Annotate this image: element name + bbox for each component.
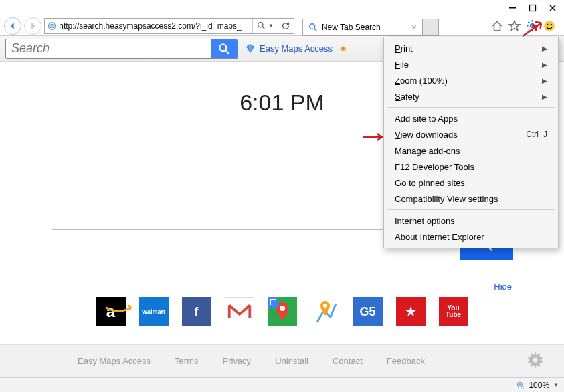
toolbar-search	[5, 39, 238, 59]
window-titlebar	[0, 0, 564, 16]
footer-link[interactable]: Uninstall	[275, 356, 308, 366]
footer-link[interactable]: Privacy	[223, 356, 252, 366]
menu-item[interactable]: F12 Developer Tools	[385, 159, 557, 175]
smiley-icon[interactable]	[543, 19, 556, 33]
svg-point-3	[258, 23, 263, 27]
home-button[interactable]	[490, 19, 504, 33]
address-search-button[interactable]: ▼	[252, 19, 278, 33]
menu-item[interactable]: About Internet Explorer	[385, 229, 557, 245]
footer-link[interactable]: Easy Maps Access	[78, 356, 151, 366]
spark-icon: ✷	[339, 43, 347, 54]
menu-item[interactable]: View downloadsCtrl+J	[385, 126, 557, 142]
tile-google-maps[interactable]	[268, 297, 297, 326]
favorites-button[interactable]	[508, 19, 521, 33]
search-icon	[308, 23, 318, 32]
tile-amazon[interactable]: a	[96, 297, 126, 326]
window-close[interactable]	[543, 1, 563, 15]
svg-point-16	[323, 304, 327, 308]
chevron-right-icon: ▶	[542, 93, 547, 100]
tile-macys[interactable]: ★	[396, 297, 426, 326]
refresh-button[interactable]	[278, 19, 294, 33]
menu-item[interactable]: Zoom (100%)▶	[385, 72, 557, 88]
menu-item[interactable]: Print▶	[385, 40, 557, 56]
footer-link[interactable]: Contact	[333, 356, 363, 366]
toolbar-search-button[interactable]	[211, 39, 238, 58]
menu-separator	[387, 209, 555, 210]
tab-title-input[interactable]	[322, 23, 389, 32]
chevron-right-icon: ▶	[542, 45, 547, 52]
browser-tab[interactable]: ×	[302, 19, 423, 36]
tile-walmart[interactable]: Walmart	[139, 297, 169, 326]
chevron-down-icon[interactable]: ▼	[553, 382, 559, 388]
tile-facebook[interactable]: f	[182, 297, 211, 326]
zoom-level[interactable]: 100%	[529, 381, 549, 390]
svg-point-8	[551, 23, 552, 25]
map-flag-icon	[245, 43, 256, 54]
chevron-right-icon: ▶	[542, 77, 547, 84]
nav-forward-button[interactable]	[24, 17, 41, 35]
chevron-right-icon: ▶	[542, 61, 547, 68]
tile-g5[interactable]: G5	[353, 297, 383, 326]
menu-item[interactable]: File▶	[385, 56, 557, 72]
hide-link[interactable]: Hide	[0, 282, 564, 292]
footer-link[interactable]: Terms	[175, 356, 198, 366]
footer-link[interactable]: Feedback	[387, 356, 425, 366]
tile-gmail[interactable]	[225, 297, 254, 326]
svg-rect-1	[530, 5, 536, 11]
address-bar: ▼	[44, 18, 294, 34]
menu-item[interactable]: Go to pinned sites	[385, 175, 557, 191]
quick-tiles: aWalmartfG5★You Tube	[0, 297, 564, 326]
tools-gear-button[interactable]	[525, 19, 539, 33]
tab-close-button[interactable]: ×	[411, 22, 417, 33]
chevron-down-icon: ▼	[268, 23, 274, 29]
browser-navbar: ▼ ×	[0, 16, 564, 36]
status-bar: 100% ▼	[0, 377, 564, 392]
svg-point-7	[547, 23, 548, 25]
page-footer: Easy Maps AccessTermsPrivacyUninstallCon…	[0, 344, 564, 377]
svg-point-4	[310, 23, 315, 29]
menu-item[interactable]: Internet options	[385, 213, 557, 229]
zoom-icon	[516, 381, 525, 389]
footer-settings-gear[interactable]	[527, 351, 544, 371]
svg-point-9	[219, 44, 226, 51]
tab-strip: ×	[297, 16, 488, 36]
menu-item[interactable]: Manage add-ons	[385, 142, 557, 159]
svg-rect-0	[509, 7, 516, 9]
tile-maps-pin[interactable]	[310, 297, 340, 326]
easy-maps-access-link[interactable]: Easy Maps Access	[245, 43, 333, 54]
toolbar-search-input[interactable]	[6, 39, 211, 58]
window-maximize[interactable]	[523, 1, 543, 15]
tile-youtube[interactable]: You Tube	[439, 297, 468, 326]
svg-point-13	[280, 306, 285, 311]
menu-item[interactable]: Compatibility View settings	[385, 191, 557, 207]
svg-rect-14	[268, 297, 278, 308]
menu-item[interactable]: Safety▶	[385, 88, 557, 104]
nav-back-button[interactable]	[4, 17, 21, 35]
window-minimize[interactable]	[502, 1, 523, 15]
new-tab-button[interactable]	[423, 19, 439, 36]
svg-point-5	[530, 24, 533, 27]
globe-icon	[48, 21, 56, 31]
menu-separator	[387, 107, 555, 108]
svg-point-6	[544, 21, 555, 31]
tools-menu: Print▶File▶Zoom (100%)▶Safety▶Add site t…	[383, 37, 559, 248]
menu-item[interactable]: Add site to Apps	[385, 110, 557, 126]
easy-maps-label: Easy Maps Access	[260, 43, 333, 54]
url-input[interactable]	[59, 21, 250, 31]
svg-point-18	[533, 357, 537, 362]
